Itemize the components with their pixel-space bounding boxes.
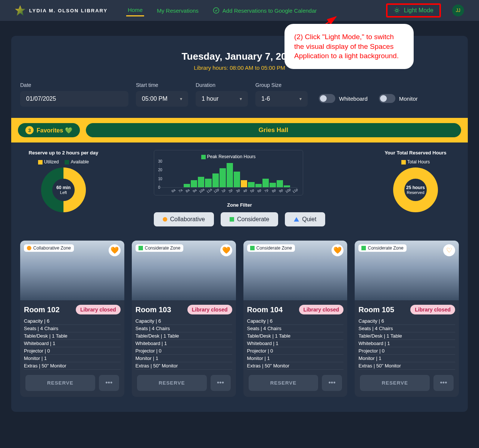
zone-filter-considerate[interactable]: Considerate [221,212,278,226]
light-mode-label: Light Mode [404,7,433,14]
date-input[interactable] [20,91,128,107]
room-photo: Considerate Zone🧡 [243,241,348,300]
svg-point-0 [213,8,219,13]
peak-bar [198,177,204,187]
nav-calendar-label: Add Reservations to Google Calendar [223,7,317,14]
compass-icon [15,5,25,16]
duration-select[interactable]: 1 hour ▾ [196,91,248,107]
more-options-button[interactable]: ••• [211,375,231,391]
total-hours-title: Your Total Reserved Hours [374,150,457,156]
reserve-button[interactable]: RESERVE [25,375,95,391]
room-name: Room 105 [358,306,394,314]
circle-icon [163,217,167,222]
zone-tag: Considerate Zone [136,244,183,252]
nav-add-to-calendar[interactable]: Add Reservations to Google Calendar [211,5,318,16]
room-name: Room 102 [24,306,60,314]
favorites-count: 3 [25,126,34,134]
daily-usage-donut: 60 minLeft [41,167,86,212]
reserve-button[interactable]: RESERVE [137,375,207,391]
peak-bar [241,180,247,187]
room-photo: Collaborative Zone🧡 [20,241,124,300]
room-specs: Capacity | 6Seats | 4 ChairsTable/Desk |… [132,317,236,375]
reserve-button[interactable]: RESERVE [360,375,430,391]
start-time-value: 05:00 PM [142,95,167,102]
peak-bar [212,173,219,187]
brand-text: LYDIA M. OLSON LIBRARY [29,8,108,13]
room-card: Considerate Zone♡Room 105Library closedC… [355,241,459,397]
building-tab[interactable]: Gries Hall [86,123,461,137]
more-options-button[interactable]: ••• [433,375,454,391]
legend-utilized: Utilized [44,159,59,165]
room-grid: Collaborative Zone🧡Room 102Library close… [11,234,468,397]
room-specs: Capacity | 6Seats | 4 ChairsTable/Desk |… [355,317,459,375]
peak-bar [270,183,276,187]
favorite-button[interactable]: 🧡 [332,244,343,256]
legend-total-hours: Total Hours [407,159,430,165]
room-status-badge: Library closed [76,305,121,314]
square-icon [250,246,255,250]
circle-icon [27,246,31,250]
main-panel: Tuesday, January 7, 2025 Library hours: … [11,36,468,412]
room-specs: Capacity | 6Seats | 4 ChairsTable/Desk |… [243,317,348,375]
donut-reserved-label: Reserved [407,190,424,195]
peak-bar [277,180,283,187]
room-name: Room 103 [136,306,171,314]
room-name: Room 104 [247,306,283,314]
start-time-label: Start time [136,82,188,88]
peak-bar [220,168,226,187]
square-icon [230,217,234,222]
room-status-badge: Library closed [187,305,232,314]
whiteboard-toggle-label: Whiteboard [339,95,368,102]
chevron-down-icon: ▾ [240,96,242,101]
user-avatar[interactable]: JJ [452,4,464,16]
zone-tag: Considerate Zone [358,244,406,252]
monitor-toggle[interactable] [379,94,395,103]
zone-filter-collaborative[interactable]: Collaborative [154,212,214,226]
peak-chart-title: Peak Reservation Hours [207,154,256,159]
more-options-button[interactable]: ••• [322,375,342,391]
room-card: Considerate Zone🧡Room 103Library closedC… [132,241,236,397]
peak-chart: Peak Reservation Hours 0102030 6a7a8a9a1… [154,150,303,195]
peak-bar [191,180,197,187]
light-mode-button[interactable]: Light Mode [386,3,441,18]
room-card: Considerate Zone🧡Room 104Library closedC… [243,241,348,397]
peak-bar [248,182,254,187]
group-size-label: Group Size [255,82,308,88]
room-status-badge: Library closed [299,305,344,314]
date-label: Date [20,82,128,88]
peak-bar [234,172,240,187]
stats-row: Reserve up to 2 hours per day Utilized A… [11,142,468,234]
room-status-badge: Library closed [410,305,455,314]
duration-value: 1 hour [202,95,218,102]
whiteboard-toggle[interactable] [319,94,335,103]
favorite-button[interactable]: ♡ [443,244,455,256]
peak-bar [255,184,262,187]
sun-icon [394,7,400,14]
peak-bar [184,184,190,187]
nav-my-reservations[interactable]: My Reservations [155,5,200,16]
favorite-button[interactable]: 🧡 [109,244,121,256]
square-icon [139,246,143,250]
search-controls: Date Start time 05:00 PM ▾ Duration 1 ho… [11,82,468,118]
building-strip: 3 Favorites 💚 Gries Hall [11,118,468,142]
duration-label: Duration [196,82,248,88]
room-card: Collaborative Zone🧡Room 102Library close… [20,241,124,397]
monitor-toggle-label: Monitor [399,95,418,102]
triangle-icon [294,217,299,222]
zone-tag: Considerate Zone [247,244,295,252]
more-options-button[interactable]: ••• [99,375,119,391]
group-size-select[interactable]: 1-6 ▾ [255,91,308,107]
favorites-pill[interactable]: 3 Favorites 💚 [18,123,80,137]
peak-bar [205,179,211,187]
brand-logo[interactable]: LYDIA M. OLSON LIBRARY [15,5,108,16]
total-hours-donut: 25 hoursReserved [393,167,438,212]
peak-bar [262,179,269,187]
zone-filter-quiet[interactable]: Quiet [285,212,325,226]
legend-available: Available [71,159,88,165]
nav-home[interactable]: Home [126,4,144,16]
start-time-select[interactable]: 05:00 PM ▾ [136,91,188,107]
donut-total-hours: 25 hours [406,185,425,190]
daily-limit-title: Reserve up to 2 hours per day [22,150,105,156]
reserve-button[interactable]: RESERVE [249,375,318,391]
favorite-button[interactable]: 🧡 [220,244,232,256]
